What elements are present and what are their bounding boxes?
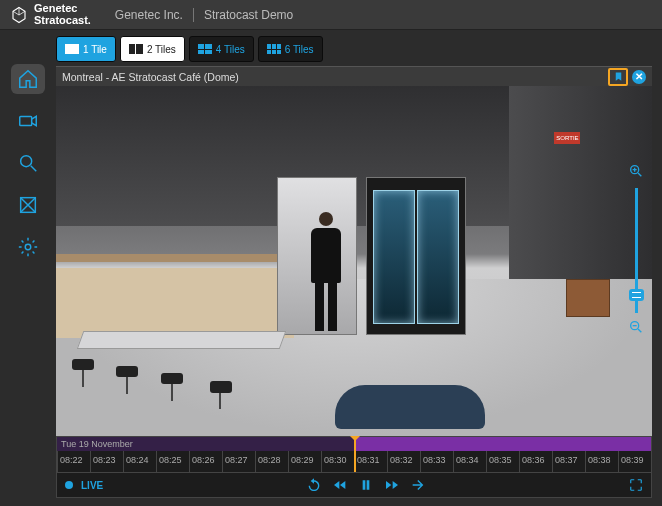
svg-point-1 (21, 156, 32, 167)
zoom-out-icon (628, 319, 644, 335)
fast-forward-icon (384, 477, 400, 493)
sidebar-home[interactable] (11, 64, 45, 94)
app-header: Genetec Stratocast. Genetec Inc. Stratoc… (0, 0, 662, 30)
sidebar-settings[interactable] (11, 232, 45, 262)
live-indicator-icon (65, 481, 73, 489)
sidebar-views[interactable] (11, 190, 45, 220)
timeline-tick-label: 08:29 (291, 455, 314, 465)
timeline-tick-label: 08:23 (93, 455, 116, 465)
timeline-tick-label: 08:27 (225, 455, 248, 465)
tile-grid-icon (198, 44, 212, 54)
timeline[interactable]: Tue 19 November 08:2208:2308:2408:2508:2… (56, 436, 652, 472)
timeline-tick: 08:31 (354, 451, 387, 472)
timeline-tick: 08:28 (255, 451, 288, 472)
brand-line2: Stratocast. (34, 15, 91, 27)
person (306, 212, 346, 332)
home-icon (17, 68, 39, 90)
timeline-tick-label: 08:38 (588, 455, 611, 465)
pause-button[interactable] (358, 477, 374, 493)
tile-titlebar: Montreal - AE Stratocast Café (Dome) ✕ (56, 66, 652, 86)
arrow-right-icon (410, 477, 426, 493)
crumb-project[interactable]: Stratocast Demo (204, 8, 293, 22)
fast-forward-button[interactable] (384, 477, 400, 493)
timeline-tick-label: 08:30 (324, 455, 347, 465)
timeline-tick-label: 08:37 (555, 455, 578, 465)
sidebar-search[interactable] (11, 148, 45, 178)
tile-layout-4[interactable]: 4 Tiles (189, 36, 254, 62)
timeline-tick-label: 08:39 (621, 455, 644, 465)
timeline-tick-label: 08:22 (60, 455, 83, 465)
replay-icon (306, 477, 322, 493)
timeline-tick: 08:32 (387, 451, 420, 472)
tile-layout-label: 2 Tiles (147, 44, 176, 55)
close-icon: ✕ (635, 71, 643, 82)
bookmark-button[interactable] (608, 68, 628, 86)
tile-layout-toolbar: 1 Tile2 Tiles4 Tiles6 Tiles (56, 36, 652, 62)
crumb-separator (193, 8, 194, 22)
crumb-company[interactable]: Genetec Inc. (115, 8, 183, 22)
rewind-icon (332, 477, 348, 493)
video-tile: Montreal - AE Stratocast Café (Dome) ✕ S… (56, 66, 652, 498)
tile-layout-2[interactable]: 2 Tiles (120, 36, 185, 62)
tile-layout-label: 1 Tile (83, 44, 107, 55)
video-viewport[interactable]: SORTIE (56, 86, 652, 436)
timeline-tick: 08:35 (486, 451, 519, 472)
zoom-slider-track[interactable] (635, 188, 638, 313)
timeline-tick-label: 08:24 (126, 455, 149, 465)
zoom-slider-thumb[interactable] (629, 289, 644, 301)
camera-title: Montreal - AE Stratocast Café (Dome) (62, 71, 239, 83)
breadcrumb: Genetec Inc. Stratocast Demo (115, 8, 293, 22)
timeline-tick: 08:33 (420, 451, 453, 472)
timeline-tick: 08:34 (453, 451, 486, 472)
timeline-tick-label: 08:28 (258, 455, 281, 465)
bookmark-icon (613, 71, 624, 82)
fullscreen-icon (629, 478, 643, 492)
timeline-tick: 08:23 (90, 451, 123, 472)
brand-line1: Genetec (34, 3, 91, 15)
timeline-tick: 08:25 (156, 451, 189, 472)
exit-sign: SORTIE (554, 132, 580, 144)
timeline-tick: 08:30 (321, 451, 354, 472)
tile-layout-label: 4 Tiles (216, 44, 245, 55)
tile-grid-icon (267, 44, 281, 54)
rewind-button[interactable] (332, 477, 348, 493)
tile-layout-label: 6 Tiles (285, 44, 314, 55)
replay-button[interactable] (306, 477, 322, 493)
close-tile-button[interactable]: ✕ (632, 70, 646, 84)
tile-grid-icon (65, 44, 79, 54)
timeline-tick-label: 08:36 (522, 455, 545, 465)
live-label: LIVE (81, 480, 103, 491)
tile-layout-1[interactable]: 1 Tile (56, 36, 116, 62)
timeline-tick: 08:36 (519, 451, 552, 472)
svg-point-3 (25, 244, 31, 250)
svg-rect-0 (20, 116, 32, 125)
timeline-tick-label: 08:31 (357, 455, 380, 465)
zoom-out-button[interactable] (628, 319, 644, 338)
timeline-tick: 08:22 (57, 451, 90, 472)
search-icon (17, 152, 39, 174)
timeline-playhead[interactable] (354, 437, 356, 472)
tile-grid-icon (129, 44, 143, 54)
timeline-date: Tue 19 November (61, 439, 133, 449)
playback-bar: LIVE (56, 472, 652, 498)
fullscreen-button[interactable] (629, 478, 643, 492)
brand-logo: Genetec Stratocast. (10, 3, 91, 26)
sidebar-cameras[interactable] (11, 106, 45, 136)
timeline-tick: 08:39 (618, 451, 651, 472)
timeline-tick-label: 08:33 (423, 455, 446, 465)
zoom-control (626, 163, 646, 338)
genetec-logo-icon (10, 6, 28, 24)
main-area: 1 Tile2 Tiles4 Tiles6 Tiles Montreal - A… (56, 30, 662, 506)
timeline-tick-label: 08:32 (390, 455, 413, 465)
gear-icon (17, 236, 39, 258)
go-live-button[interactable] (410, 477, 426, 493)
timeline-tick: 08:37 (552, 451, 585, 472)
zoom-in-button[interactable] (628, 163, 644, 182)
timeline-tick: 08:38 (585, 451, 618, 472)
timeline-tick-label: 08:34 (456, 455, 479, 465)
timeline-tick: 08:26 (189, 451, 222, 472)
target-icon (17, 194, 39, 216)
tile-layout-6[interactable]: 6 Tiles (258, 36, 323, 62)
sidebar (0, 30, 56, 506)
timeline-tick-label: 08:35 (489, 455, 512, 465)
